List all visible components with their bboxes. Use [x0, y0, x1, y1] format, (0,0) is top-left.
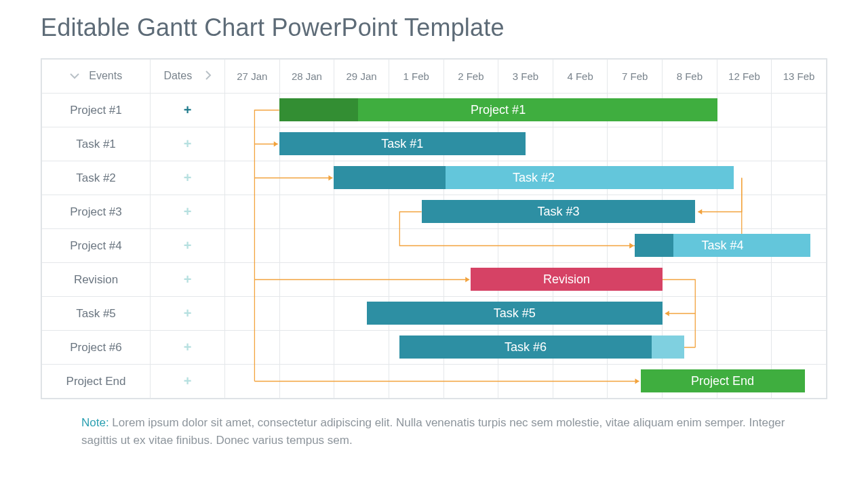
grid-cell [772, 331, 827, 365]
expand-cell[interactable]: + [151, 365, 225, 399]
date-header: 13 Feb [772, 60, 827, 94]
grid-cell [553, 229, 608, 263]
note-label: Note: [81, 416, 109, 429]
grid-cell [389, 365, 443, 399]
date-header: 3 Feb [498, 60, 553, 94]
grid-cell [225, 127, 280, 161]
grid-cell [279, 365, 334, 399]
grid-cell [334, 229, 389, 263]
row-label: Task #2 [42, 161, 151, 195]
header-events[interactable]: Events [42, 60, 151, 94]
expand-cell[interactable]: + [151, 195, 225, 229]
grid-cell [279, 331, 334, 365]
grid-cell [772, 127, 827, 161]
row-label: Task #5 [42, 297, 151, 331]
bar-label: Project #1 [471, 103, 526, 117]
note-text: Lorem ipsum dolor sit amet, consectetur … [81, 416, 785, 447]
row-label: Project End [42, 365, 151, 399]
plus-icon[interactable]: + [184, 272, 192, 286]
plus-icon[interactable]: + [184, 205, 192, 218]
plus-icon[interactable]: + [184, 340, 192, 354]
expand-cell[interactable]: + [151, 229, 225, 263]
grid-cell [663, 263, 717, 297]
grid-cell [717, 331, 772, 365]
bar-label: Task #4 [702, 239, 744, 253]
grid-cell [225, 161, 280, 195]
grid-cell [663, 297, 717, 331]
row-label: Project #3 [42, 195, 151, 229]
grid-cell [717, 195, 772, 229]
grid-cell [553, 365, 608, 399]
plus-icon[interactable]: + [184, 374, 192, 388]
grid-cell [717, 263, 772, 297]
plus-icon[interactable]: + [184, 103, 192, 117]
grid-cell [717, 297, 772, 331]
plus-icon[interactable]: + [184, 137, 192, 150]
grid-cell [772, 94, 827, 127]
grid-cell [498, 365, 553, 399]
date-header: 4 Feb [553, 60, 608, 94]
header-dates[interactable]: Dates [151, 60, 225, 94]
grid-cell [443, 365, 498, 399]
page-title: Editable Gantt Chart PowerPoint Template [41, 14, 827, 42]
expand-cell[interactable]: + [151, 331, 225, 365]
grid-cell [553, 127, 608, 161]
gantt-bar[interactable]: Task #3 [422, 200, 696, 223]
bar-label: Project End [691, 374, 754, 388]
gantt-bar[interactable]: Project End [641, 369, 805, 392]
row-label: Revision [42, 263, 151, 297]
expand-cell[interactable]: + [151, 127, 225, 161]
bar-label: Task #3 [537, 205, 579, 219]
expand-cell[interactable]: + [151, 263, 225, 297]
expand-cell[interactable]: + [151, 94, 225, 127]
bar-label: Task #6 [505, 340, 547, 354]
date-header: 29 Jan [334, 60, 389, 94]
gantt-bar[interactable]: Project #1 [279, 98, 717, 121]
gantt-header-row: Events Dates 27 Jan28 Jan29 Jan1 Feb2 Fe… [42, 60, 827, 94]
grid-cell [334, 263, 389, 297]
grid-cell [772, 161, 827, 195]
date-header: 1 Feb [389, 60, 443, 94]
bar-label: Revision [543, 272, 590, 287]
chevron-down-icon[interactable] [70, 70, 79, 83]
gantt-bar[interactable]: Task #2 [334, 166, 733, 189]
grid-cell [498, 229, 553, 263]
grid-cell [279, 229, 334, 263]
date-header: 27 Jan [225, 60, 280, 94]
date-header: 2 Feb [443, 60, 498, 94]
grid-cell [279, 195, 334, 229]
gantt-bar[interactable]: Task #1 [279, 132, 526, 155]
grid-cell [279, 161, 334, 195]
grid-cell [279, 297, 334, 331]
bar-label: Task #1 [381, 137, 423, 151]
gantt-bar[interactable]: Task #4 [635, 234, 810, 257]
gantt-row: Revision+ [42, 263, 827, 297]
expand-cell[interactable]: + [151, 297, 225, 331]
grid-cell [225, 94, 280, 127]
chevron-right-icon[interactable] [205, 70, 212, 83]
grid-cell [608, 127, 663, 161]
gantt-bar[interactable]: Revision [471, 268, 663, 291]
row-label: Task #1 [42, 127, 151, 161]
grid-cell [717, 94, 772, 127]
grid-cell [225, 297, 280, 331]
date-header: 28 Jan [279, 60, 334, 94]
grid-cell [225, 331, 280, 365]
header-dates-label: Dates [163, 70, 192, 81]
bar-label: Task #2 [513, 171, 555, 185]
expand-cell[interactable]: + [151, 161, 225, 195]
row-label: Project #6 [42, 331, 151, 365]
grid-cell [225, 229, 280, 263]
plus-icon[interactable]: + [184, 239, 192, 252]
plus-icon[interactable]: + [184, 306, 192, 320]
grid-cell [717, 127, 772, 161]
gantt-bar[interactable]: Task #5 [367, 302, 663, 325]
date-header: 8 Feb [663, 60, 717, 94]
plus-icon[interactable]: + [184, 171, 192, 184]
grid-cell [279, 263, 334, 297]
grid-cell [772, 263, 827, 297]
gantt-bar[interactable]: Task #6 [399, 336, 651, 359]
header-events-label: Events [89, 70, 122, 81]
gantt-chart: Events Dates 27 Jan28 Jan29 Jan1 Feb2 Fe… [41, 58, 827, 399]
grid-cell [225, 195, 280, 229]
